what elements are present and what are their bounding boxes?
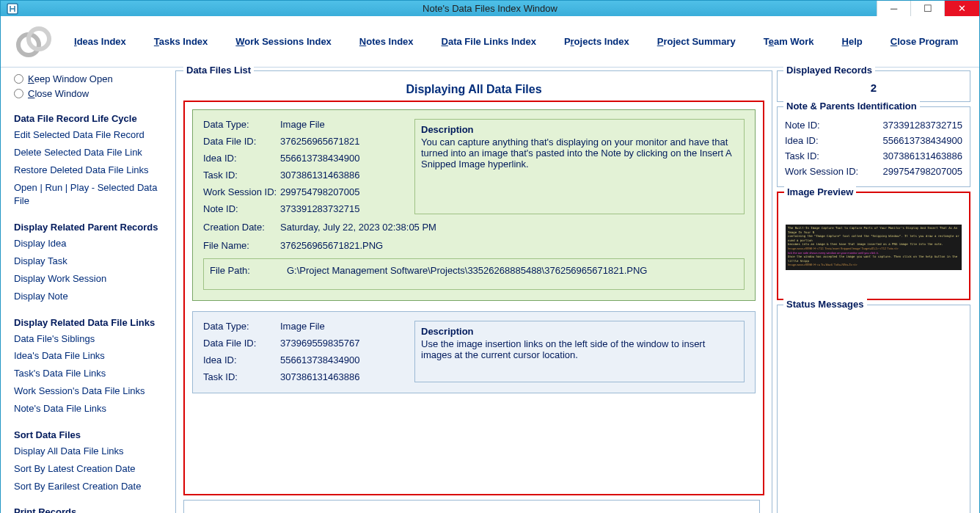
lbl-idea-id: Idea ID:: [203, 354, 280, 365]
lbl-idea-id: Idea ID:: [203, 153, 280, 164]
menu-project-summary[interactable]: Project Summary: [657, 36, 736, 47]
image-preview-legend: Image Preview: [784, 186, 856, 197]
menu-notes-index[interactable]: Notes Index: [359, 36, 414, 47]
link-display-note[interactable]: Display Note: [14, 289, 172, 305]
displayed-records-panel: Displayed Records 2: [777, 70, 970, 102]
id-idea-val: 556613738434900: [883, 135, 962, 146]
image-preview: The Built-In Image Capture Tool to Captu…: [786, 203, 962, 291]
lbl-task-id: Task ID:: [203, 371, 280, 382]
section-parents-hdr: Display Related Parent Records: [14, 222, 172, 233]
link-display-all[interactable]: Display All Data File Links: [14, 444, 172, 459]
menu-help[interactable]: Help: [842, 36, 863, 47]
id-idea-lbl: Idea ID:: [785, 135, 819, 146]
val-filename: 376256965671821.PNG: [280, 240, 383, 251]
description-hdr: Description: [421, 326, 738, 337]
app-window: Note's Data Files Index Window ─ ☐ ✕ Ide…: [0, 0, 980, 513]
val-creation: Saturday, July 22, 2023 02:38:05 PM: [280, 222, 436, 233]
description-box: Description You can capture anything tha…: [414, 119, 745, 214]
image-preview-panel: Image Preview The Built-In Image Capture…: [777, 192, 970, 300]
val-note-id: 373391283732715: [280, 203, 403, 214]
radio-close-window[interactable]: Close Window: [14, 88, 172, 99]
link-open-run-play[interactable]: Open | Run | Play - Selected Data File: [14, 181, 172, 210]
lbl-note-id: Note ID:: [203, 203, 280, 214]
menu-team-work[interactable]: Team Work: [764, 36, 814, 47]
top-menu: Ideas Index Tasks Index Work Sessions In…: [1, 16, 979, 68]
id-note-val: 373391283732715: [883, 120, 962, 131]
link-restore-links[interactable]: Restore Deleted Data File Links: [14, 163, 172, 178]
link-delete-link[interactable]: Delete Selected Data File Link: [14, 145, 172, 161]
val-ws-id: 299754798207005: [280, 186, 403, 197]
lbl-data-file-id: Data File ID:: [203, 338, 280, 349]
radio-close-window-input[interactable]: [14, 89, 23, 98]
id-ws-val: 299754798207005: [883, 166, 962, 177]
record-card-selected[interactable]: Data Type:Image File Data File ID:376256…: [192, 109, 756, 301]
radio-keep-open-input[interactable]: [14, 74, 23, 84]
list-title: Displaying All Data Files: [183, 83, 764, 96]
close-button[interactable]: ✕: [944, 1, 979, 16]
val-task-id: 307386131463886: [280, 371, 403, 382]
link-sort-latest[interactable]: Sort By Latest Creation Date: [14, 462, 172, 477]
link-file-siblings[interactable]: Data File's Siblings: [14, 332, 172, 347]
description-hdr: Description: [421, 124, 738, 135]
record-card[interactable]: Data Type:Image File Data File ID:373969…: [192, 311, 756, 393]
file-path-box: File Path:G:\Project Management Software…: [203, 258, 745, 290]
menu-items: Ideas Index Tasks Index Work Sessions In…: [74, 36, 958, 47]
right-column: Displayed Records 2 Note & Parents Ident…: [774, 68, 979, 513]
search-input[interactable]: [183, 500, 760, 513]
lbl-creation: Creation Date:: [203, 222, 280, 233]
section-related-links-hdr: Display Related Data File Links: [14, 317, 172, 328]
val-idea-id: 556613738434900: [280, 354, 403, 365]
displayed-records-legend: Displayed Records: [783, 65, 875, 76]
section-lifecycle-hdr: Data File Record Life Cycle: [14, 113, 172, 124]
val-data-type: Image File: [280, 119, 403, 130]
menu-projects-index[interactable]: Projects Index: [564, 36, 629, 47]
id-task-lbl: Task ID:: [785, 150, 819, 161]
maximize-button[interactable]: ☐: [910, 1, 944, 16]
app-body: Ideas Index Tasks Index Work Sessions In…: [1, 16, 979, 513]
menu-work-sessions-index[interactable]: Work Sessions Index: [235, 36, 332, 47]
center-column: Data Files List Displaying All Data File…: [175, 68, 774, 513]
displayed-records-count: 2: [785, 81, 962, 94]
menu-ideas-index[interactable]: Ideas Index: [74, 36, 126, 47]
val-task-id: 307386131463886: [280, 170, 403, 181]
lbl-ws-id: Work Session ID:: [203, 186, 280, 197]
link-ws-file-links[interactable]: Work Session's Data File Links: [14, 384, 172, 399]
lbl-task-id: Task ID:: [203, 170, 280, 181]
section-print-hdr: Print Records: [14, 506, 172, 513]
preview-thumbnail: The Built-In Image Capture Tool to Captu…: [786, 225, 962, 270]
menu-data-file-links-index[interactable]: Data File Links Index: [442, 36, 536, 47]
menu-close-program[interactable]: Close Program: [891, 36, 958, 47]
lbl-data-type: Data Type:: [203, 321, 280, 332]
description-text: Use the image insertion links on the lef…: [421, 338, 738, 360]
minimize-button[interactable]: ─: [877, 1, 910, 16]
link-edit-record[interactable]: Edit Selected Data File Record: [14, 128, 172, 143]
link-note-file-links[interactable]: Note's Data File Links: [14, 401, 172, 417]
lbl-filename: File Name:: [203, 240, 280, 251]
val-data-type: Image File: [280, 321, 403, 332]
window-title: Note's Data Files Index Window: [423, 3, 557, 14]
status-messages-panel: Status Messages: [777, 305, 970, 513]
id-task-val: 307386131463886: [883, 150, 962, 161]
window-controls: ─ ☐ ✕: [877, 1, 979, 16]
id-ws-lbl: Work Session ID:: [785, 166, 858, 177]
val-filepath: G:\Project Management Software\Projects\…: [287, 265, 647, 276]
app-logo: [14, 24, 54, 59]
lbl-data-type: Data Type:: [203, 119, 280, 130]
identification-legend: Note & Parents Identification: [783, 101, 920, 112]
link-idea-file-links[interactable]: Idea's Data File Links: [14, 349, 172, 364]
titlebar: Note's Data Files Index Window ─ ☐ ✕: [1, 1, 979, 16]
id-note-lbl: Note ID:: [785, 120, 820, 131]
left-sidebar: Keep Window Open Close Window Data File …: [1, 68, 175, 513]
records-scrollarea-inner[interactable]: Data Type:Image File Data File ID:376256…: [185, 102, 763, 494]
link-display-idea[interactable]: Display Idea: [14, 236, 172, 252]
description-text: You can capture anything that's displayi…: [421, 137, 738, 170]
menu-tasks-index[interactable]: Tasks Index: [154, 36, 208, 47]
radio-keep-open[interactable]: Keep Window Open: [14, 73, 172, 84]
val-data-file-id: 373969559835767: [280, 338, 403, 349]
search-bar: Search Advanced Search Reset: [183, 500, 764, 513]
link-sort-earliest[interactable]: Sort By Earilest Creation Date: [14, 479, 172, 495]
identification-panel: Note & Parents Identification Note ID:37…: [777, 106, 970, 187]
link-task-file-links[interactable]: Task's Data File Links: [14, 366, 172, 382]
link-display-task[interactable]: Display Task: [14, 254, 172, 269]
link-display-work-session[interactable]: Display Work Session: [14, 272, 172, 287]
